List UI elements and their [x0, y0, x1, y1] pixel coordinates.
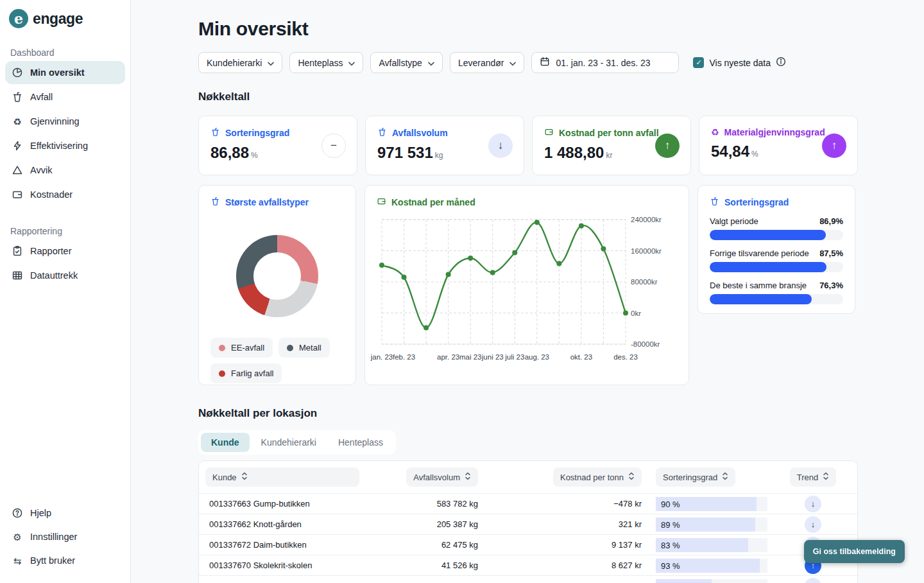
sidebar-item-label: Kostnader [30, 189, 73, 200]
cell-kostnad-per-tonn: −478 kr [478, 499, 642, 509]
donut-legend: EE-avfallMetallFarlig avfall [210, 338, 332, 383]
kundehierarki-dropdown[interactable]: Kundehierarki [198, 52, 282, 73]
sidebar-item-avfall[interactable]: Avfall [5, 85, 125, 109]
column-header-avfallsvolum[interactable]: Avfallsvolum [406, 467, 478, 487]
location-section-title: Nøkkeltall per lokasjon [198, 407, 858, 420]
kpi-section-title: Nøkkeltall [198, 91, 858, 103]
table-row[interactable]: 001337661 Seigmenn-fabrikken 31 864 kg 7… [199, 575, 857, 583]
waste-bin-icon [12, 91, 23, 103]
table-row[interactable]: 001337662 Knott-gården 205 387 kg 321 kr… [199, 514, 857, 534]
sort-icon [722, 472, 728, 482]
dropdown-label: Henteplass [298, 58, 343, 68]
table-row[interactable]: 001337672 Daim-butikken 62 475 kg 9 137 … [199, 534, 857, 555]
column-header-sorteringsgrad[interactable]: Sorteringsgrad [656, 467, 735, 487]
donut-chart-card: Største avfallstyper EE-avfallMetallFarl… [198, 185, 356, 385]
legend-dot-icon [219, 370, 225, 377]
cell-kostnad-per-tonn: 8 627 kr [478, 561, 642, 570]
sidebar-item-rapporter[interactable]: Rapporter [5, 239, 125, 263]
column-header-kunde[interactable]: Kunde [205, 467, 359, 487]
svg-text:okt. 23: okt. 23 [570, 353, 593, 361]
kpi-label: Sorteringsgrad [225, 128, 289, 138]
recycle-icon: ♻ [12, 116, 23, 127]
date-range-value: 01. jan. 23 - 31. des. 23 [556, 58, 650, 68]
sidebar-item-hjelp[interactable]: Hjelp [5, 501, 125, 525]
sorteringsgrad-value: 89 % [661, 519, 680, 529]
sidebar-item-label: Effektivisering [30, 141, 88, 151]
sidebar-item-gjenvinning[interactable]: ♻ Gjenvinning [5, 110, 125, 133]
benchmark-row: De beste i samme bransje 76,3% [710, 281, 843, 304]
brand-name: engage [33, 10, 83, 28]
cell-avfallsvolum: 62 475 kg [359, 540, 478, 550]
sort-icon [823, 472, 829, 482]
sidebar-item-label: Datauttrekk [30, 270, 78, 281]
benchmark-value: 86,9% [819, 216, 843, 226]
legend-dot-icon [287, 345, 293, 351]
svg-text:160000kr: 160000kr [631, 247, 662, 255]
column-header-kostnad-per-tonn[interactable]: Kostnad per tonn [553, 467, 642, 487]
waste-bin-icon [210, 127, 220, 139]
chevron-down-icon [509, 58, 516, 68]
cell-sorteringsgrad-bar: 83 % [656, 538, 767, 552]
cell-avfallsvolum: 205 387 kg [359, 519, 478, 529]
dropdown-label: Avfallstype [379, 58, 422, 68]
tab-henteplass[interactable]: Henteplass [328, 433, 393, 452]
sidebar-section-rapportering: Rapportering [5, 221, 125, 239]
page-title: Min oversikt [198, 18, 858, 40]
leverandor-dropdown[interactable]: Leverandør [450, 52, 525, 73]
sidebar-item-label: Hjelp [30, 508, 51, 518]
sidebar-item-datauttrekk[interactable]: Datauttrekk [5, 264, 125, 287]
svg-text:240000kr: 240000kr [631, 216, 662, 223]
sidebar-item-label: Bytt bruker [30, 555, 75, 566]
sidebar-item-kostnader[interactable]: Kostnader [5, 183, 125, 206]
cell-kostnad-per-tonn: 9 137 kr [478, 540, 642, 550]
trend-up-icon: ↑ [655, 134, 680, 158]
benchmark-label: De beste i samme bransje [710, 281, 807, 290]
cell-kostnad-per-tonn: 321 kr [478, 519, 642, 529]
feedback-button[interactable]: Gi oss tilbakemelding [804, 540, 905, 563]
switch-user-icon: ⇆ [12, 555, 23, 566]
kpi-unit: % [251, 151, 258, 160]
date-range-picker[interactable]: 01. jan. 23 - 31. des. 23 [531, 52, 679, 73]
benchmark-label: Valgt periode [710, 216, 758, 226]
cell-avfallsvolum: 583 782 kg [359, 499, 478, 509]
table-body: 001337663 Gump-butikken 583 782 kg −478 … [199, 493, 857, 583]
svg-text:-80000kr: -80000kr [631, 340, 660, 348]
chart-title-text: Største avfallstyper [225, 197, 309, 207]
sidebar-item-bytt-bruker[interactable]: ⇆ Bytt bruker [5, 549, 125, 572]
svg-text:juli 23: juli 23 [504, 353, 524, 361]
benchmark-card: Sorteringsgrad Valgt periode 86,9% Forri… [697, 185, 855, 314]
sorteringsgrad-value: 90 % [661, 499, 680, 509]
kpi-card-kostnad-per-tonn: Kostnad per tonn avfall 1 488,80kr ↑ [532, 116, 691, 175]
legend-chip[interactable]: EE-avfall [210, 338, 273, 358]
table-row[interactable]: 001337670 Skolekrit-skolen 41 526 kg 8 6… [199, 555, 857, 575]
checkbox-checked-icon[interactable]: ✓ [693, 57, 704, 68]
pie-chart-icon [12, 67, 23, 78]
lightning-icon [12, 140, 23, 152]
sidebar-item-label: Avvik [30, 165, 52, 175]
sidebar-item-label: Innstillinger [30, 532, 77, 542]
main-content: Min oversikt Kundehierarki Henteplass Av… [131, 0, 924, 583]
sidebar-item-min-oversikt[interactable]: Min oversikt [5, 61, 125, 84]
legend-chip[interactable]: Metall [278, 338, 330, 358]
legend-chip[interactable]: Farlig avfall [210, 363, 282, 383]
cell-sorteringsgrad-bar: 50 % [656, 579, 767, 583]
kpi-label: Avfallsvolum [392, 128, 448, 138]
avfallstype-dropdown[interactable]: Avfallstype [370, 52, 442, 73]
sorteringsgrad-value: 83 % [661, 540, 680, 550]
trend-down-icon: ↓ [805, 516, 821, 533]
sort-icon [241, 472, 248, 482]
kpi-label: Kostnad per tonn avfall [559, 128, 659, 138]
sidebar-item-innstillinger[interactable]: ⚙ Innstillinger [5, 525, 125, 548]
sidebar-item-effektivisering[interactable]: Effektivisering [5, 134, 125, 157]
sidebar-item-avvik[interactable]: Avvik [5, 159, 125, 182]
dropdown-label: Kundehierarki [207, 58, 262, 68]
henteplass-dropdown[interactable]: Henteplass [289, 52, 363, 73]
tab-kundehierarki[interactable]: Kundehierarki [251, 433, 327, 452]
benchmark-bar [710, 262, 843, 272]
info-icon[interactable] [776, 57, 786, 69]
vis-nyeste-data-toggle[interactable]: ✓ Vis nyeste data [693, 57, 785, 69]
cell-kunde: 001337663 Gump-butikken [205, 499, 359, 509]
table-row[interactable]: 001337663 Gump-butikken 583 782 kg −478 … [199, 493, 857, 514]
column-header-trend[interactable]: Trend [790, 467, 836, 487]
tab-kunde[interactable]: Kunde [201, 433, 250, 452]
